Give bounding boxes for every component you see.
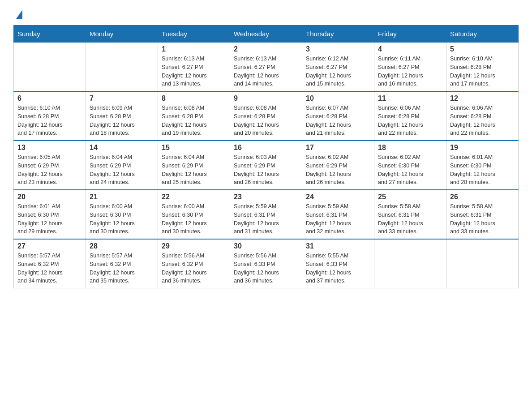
day-info: Sunrise: 6:01 AM Sunset: 6:30 PM Dayligh… [17,202,82,236]
day-number: 11 [378,94,442,103]
weekday-header-monday: Monday [86,26,158,43]
calendar-cell: 23Sunrise: 5:59 AM Sunset: 6:31 PM Dayli… [230,190,302,239]
calendar-cell: 27Sunrise: 5:57 AM Sunset: 6:32 PM Dayli… [14,239,86,288]
day-info: Sunrise: 5:55 AM Sunset: 6:33 PM Dayligh… [306,252,370,285]
day-info: Sunrise: 5:59 AM Sunset: 6:31 PM Dayligh… [234,202,298,236]
calendar-cell: 31Sunrise: 5:55 AM Sunset: 6:33 PM Dayli… [302,239,374,288]
calendar-cell: 12Sunrise: 6:06 AM Sunset: 6:28 PM Dayli… [446,91,519,141]
day-info: Sunrise: 6:06 AM Sunset: 6:28 PM Dayligh… [378,104,442,137]
calendar-cell: 5Sunrise: 6:10 AM Sunset: 6:28 PM Daylig… [446,43,519,92]
calendar-cell: 30Sunrise: 5:56 AM Sunset: 6:33 PM Dayli… [230,239,302,288]
day-number: 3 [306,45,370,53]
calendar-table: SundayMondayTuesdayWednesdayThursdayFrid… [13,25,519,288]
day-number: 1 [162,45,226,53]
calendar-week-row: 1Sunrise: 6:13 AM Sunset: 6:27 PM Daylig… [14,43,519,92]
calendar-cell: 15Sunrise: 6:04 AM Sunset: 6:29 PM Dayli… [158,141,230,190]
calendar-cell: 25Sunrise: 5:58 AM Sunset: 6:31 PM Dayli… [374,190,446,239]
day-number: 19 [450,144,515,152]
calendar-cell [374,239,446,288]
day-info: Sunrise: 6:08 AM Sunset: 6:28 PM Dayligh… [234,104,298,137]
calendar-cell: 1Sunrise: 6:13 AM Sunset: 6:27 PM Daylig… [158,43,230,92]
calendar-cell: 13Sunrise: 6:05 AM Sunset: 6:29 PM Dayli… [14,141,86,190]
calendar-cell: 8Sunrise: 6:08 AM Sunset: 6:28 PM Daylig… [158,91,230,141]
day-number: 8 [162,94,226,103]
day-info: Sunrise: 5:56 AM Sunset: 6:32 PM Dayligh… [162,252,226,285]
day-number: 2 [234,45,298,53]
calendar-cell: 22Sunrise: 6:00 AM Sunset: 6:30 PM Dayli… [158,190,230,239]
calendar-cell: 18Sunrise: 6:02 AM Sunset: 6:30 PM Dayli… [374,141,446,190]
day-number: 27 [17,242,82,250]
day-number: 28 [90,242,154,250]
calendar-cell: 21Sunrise: 6:00 AM Sunset: 6:30 PM Dayli… [86,190,158,239]
day-number: 23 [234,193,298,201]
calendar-cell: 3Sunrise: 6:12 AM Sunset: 6:27 PM Daylig… [302,43,374,92]
day-info: Sunrise: 6:09 AM Sunset: 6:28 PM Dayligh… [90,104,154,137]
calendar-cell: 26Sunrise: 5:58 AM Sunset: 6:31 PM Dayli… [446,190,519,239]
weekday-header-sunday: Sunday [14,26,86,43]
calendar-cell: 6Sunrise: 6:10 AM Sunset: 6:28 PM Daylig… [14,91,86,141]
day-number: 14 [90,144,154,152]
day-info: Sunrise: 6:04 AM Sunset: 6:29 PM Dayligh… [162,153,226,187]
day-number: 24 [306,193,370,201]
day-info: Sunrise: 6:06 AM Sunset: 6:28 PM Dayligh… [450,104,515,137]
weekday-header-wednesday: Wednesday [230,26,302,43]
day-info: Sunrise: 6:13 AM Sunset: 6:27 PM Dayligh… [162,55,226,88]
day-number: 21 [90,193,154,201]
logo-icon [16,10,22,19]
day-number: 20 [17,193,82,201]
day-number: 15 [162,144,226,152]
day-info: Sunrise: 6:00 AM Sunset: 6:30 PM Dayligh… [162,202,226,236]
calendar-cell: 16Sunrise: 6:03 AM Sunset: 6:29 PM Dayli… [230,141,302,190]
day-number: 7 [90,94,154,103]
day-number: 9 [234,94,298,103]
weekday-header-saturday: Saturday [446,26,519,43]
day-info: Sunrise: 6:02 AM Sunset: 6:29 PM Dayligh… [306,153,370,187]
calendar-cell: 17Sunrise: 6:02 AM Sunset: 6:29 PM Dayli… [302,141,374,190]
day-info: Sunrise: 6:13 AM Sunset: 6:27 PM Dayligh… [234,55,298,88]
calendar-cell: 9Sunrise: 6:08 AM Sunset: 6:28 PM Daylig… [230,91,302,141]
day-info: Sunrise: 6:03 AM Sunset: 6:29 PM Dayligh… [234,153,298,187]
day-info: Sunrise: 5:56 AM Sunset: 6:33 PM Dayligh… [234,252,298,285]
calendar-cell: 28Sunrise: 5:57 AM Sunset: 6:32 PM Dayli… [86,239,158,288]
day-info: Sunrise: 5:58 AM Sunset: 6:31 PM Dayligh… [450,202,515,236]
calendar-week-row: 20Sunrise: 6:01 AM Sunset: 6:30 PM Dayli… [14,190,519,239]
day-number: 26 [450,193,515,201]
day-number: 6 [17,94,82,103]
weekday-header-thursday: Thursday [302,26,374,43]
calendar-cell: 19Sunrise: 6:01 AM Sunset: 6:30 PM Dayli… [446,141,519,190]
day-info: Sunrise: 6:12 AM Sunset: 6:27 PM Dayligh… [306,55,370,88]
day-info: Sunrise: 5:59 AM Sunset: 6:31 PM Dayligh… [306,202,370,236]
calendar-cell: 4Sunrise: 6:11 AM Sunset: 6:27 PM Daylig… [374,43,446,92]
day-info: Sunrise: 5:57 AM Sunset: 6:32 PM Dayligh… [90,252,154,285]
day-number: 30 [234,242,298,250]
day-number: 4 [378,45,442,53]
calendar-cell [86,43,158,92]
weekday-header-friday: Friday [374,26,446,43]
day-number: 10 [306,94,370,103]
day-number: 31 [306,242,370,250]
day-number: 5 [450,45,515,53]
logo [13,9,24,18]
day-info: Sunrise: 6:02 AM Sunset: 6:30 PM Dayligh… [378,153,442,187]
day-number: 18 [378,144,442,152]
calendar-cell: 29Sunrise: 5:56 AM Sunset: 6:32 PM Dayli… [158,239,230,288]
page-header [13,9,519,18]
day-number: 13 [17,144,82,152]
calendar-cell: 10Sunrise: 6:07 AM Sunset: 6:28 PM Dayli… [302,91,374,141]
day-info: Sunrise: 6:11 AM Sunset: 6:27 PM Dayligh… [378,55,442,88]
calendar-cell [14,43,86,92]
calendar-cell: 24Sunrise: 5:59 AM Sunset: 6:31 PM Dayli… [302,190,374,239]
day-info: Sunrise: 6:10 AM Sunset: 6:28 PM Dayligh… [17,104,82,137]
calendar-cell: 7Sunrise: 6:09 AM Sunset: 6:28 PM Daylig… [86,91,158,141]
day-number: 25 [378,193,442,201]
day-number: 29 [162,242,226,250]
day-number: 16 [234,144,298,152]
weekday-header-tuesday: Tuesday [158,26,230,43]
day-info: Sunrise: 5:57 AM Sunset: 6:32 PM Dayligh… [17,252,82,285]
calendar-cell [446,239,519,288]
day-info: Sunrise: 6:10 AM Sunset: 6:28 PM Dayligh… [450,55,515,88]
day-number: 22 [162,193,226,201]
day-info: Sunrise: 6:04 AM Sunset: 6:29 PM Dayligh… [90,153,154,187]
day-number: 17 [306,144,370,152]
day-info: Sunrise: 6:01 AM Sunset: 6:30 PM Dayligh… [450,153,515,187]
